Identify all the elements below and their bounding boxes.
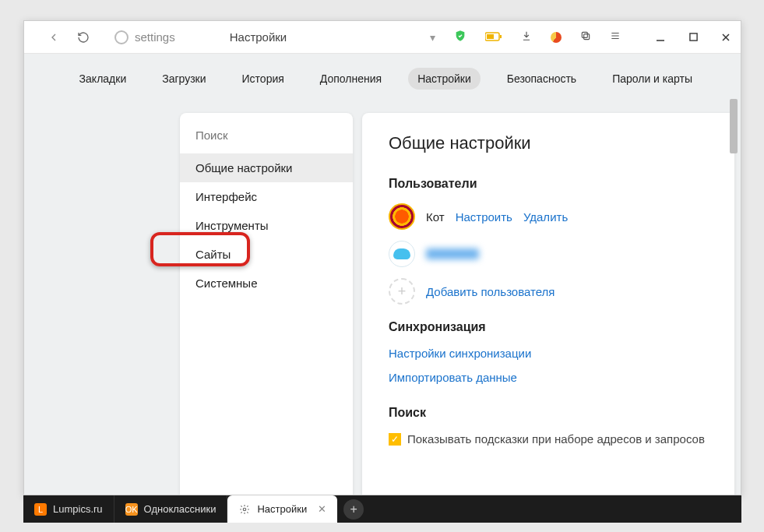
task-tab-lumpics[interactable]: L Lumpics.ru: [23, 495, 114, 523]
tab-downloads[interactable]: Загрузки: [153, 68, 215, 90]
browser-window: settings Настройки ▾: [23, 20, 741, 495]
taskbar: L Lumpics.ru OK Одноклассники Настройки …: [23, 495, 741, 523]
tab-settings[interactable]: Настройки: [408, 68, 481, 90]
avatar-cloud[interactable]: [389, 241, 415, 267]
sidebar-item-system[interactable]: Системные: [180, 269, 353, 298]
sidebar-item-general[interactable]: Общие настройки: [180, 153, 353, 182]
battery-icon: [485, 30, 502, 44]
add-user-link[interactable]: Добавить пользователя: [426, 285, 555, 298]
task-tab-ok[interactable]: OK Одноклассники: [114, 495, 228, 523]
sidebar-search[interactable]: [180, 119, 353, 153]
user-row-second: [389, 241, 708, 267]
sidebar-item-sites[interactable]: Сайты: [180, 240, 353, 269]
avatar-kot[interactable]: [389, 203, 415, 230]
svg-point-6: [244, 508, 247, 511]
users-heading: Пользователи: [389, 177, 708, 191]
svg-rect-1: [500, 35, 502, 38]
favicon-lumpics: L: [34, 503, 47, 516]
download-icon[interactable]: [521, 30, 532, 44]
back-button[interactable]: [43, 26, 65, 48]
sidebar-item-tools[interactable]: Инструменты: [180, 211, 353, 240]
svg-rect-4: [582, 32, 587, 37]
task-tab-settings[interactable]: Настройки ✕: [227, 495, 337, 523]
user-configure-link[interactable]: Настроить: [456, 210, 512, 224]
content-area: Закладки Загрузки История Дополнения Нас…: [24, 54, 741, 495]
menu-icon[interactable]: [610, 30, 621, 44]
gear-icon: [238, 503, 251, 516]
shield-icon[interactable]: [454, 30, 466, 45]
main-heading: Общие настройки: [389, 133, 708, 153]
search-heading: Поиск: [389, 406, 708, 420]
hints-label: Показывать подсказки при наборе адресов …: [407, 432, 705, 446]
bookmark-icon[interactable]: ▾: [430, 31, 435, 44]
task-label: Lumpics.ru: [53, 503, 103, 515]
sidebar-item-interface[interactable]: Интерфейс: [180, 182, 353, 211]
copy-icon[interactable]: [580, 30, 591, 44]
yandex-icon: [114, 30, 129, 44]
scrollbar-thumb[interactable]: [730, 99, 738, 153]
svg-rect-3: [584, 33, 590, 39]
tab-security[interactable]: Безопасность: [498, 68, 586, 90]
tab-passwords[interactable]: Пароли и карты: [603, 68, 702, 90]
svg-rect-5: [689, 33, 696, 41]
address-text: settings: [135, 30, 175, 44]
svg-rect-2: [487, 34, 494, 39]
settings-nav: Закладки Загрузки История Дополнения Нас…: [24, 54, 741, 113]
titlebar: settings Настройки ▾: [24, 21, 741, 54]
user-name-blurred: [426, 248, 479, 259]
page-title: Настройки: [230, 30, 287, 44]
tab-bookmarks[interactable]: Закладки: [70, 68, 136, 90]
tab-history[interactable]: История: [233, 68, 294, 90]
search-input[interactable]: [195, 129, 337, 142]
minimize-button[interactable]: [655, 32, 666, 43]
close-button[interactable]: [720, 32, 731, 43]
user-row-kot: Кот Настроить Удалить: [389, 203, 708, 230]
favicon-ok: OK: [125, 503, 138, 516]
reload-button[interactable]: [72, 26, 94, 48]
add-user-icon: +: [389, 278, 415, 305]
close-tab-icon[interactable]: ✕: [318, 503, 326, 515]
sync-heading: Синхронизация: [389, 320, 708, 334]
user-name: Кот: [426, 210, 445, 224]
hints-checkbox-row[interactable]: ✓ Показывать подсказки при наборе адресо…: [389, 432, 708, 446]
task-label: Настройки: [257, 503, 307, 515]
sync-settings-link[interactable]: Настройки синхронизации: [389, 347, 708, 360]
import-data-link[interactable]: Импортировать данные: [389, 371, 708, 384]
address-bar[interactable]: settings: [114, 30, 175, 44]
add-user-row[interactable]: + Добавить пользователя: [389, 278, 708, 305]
settings-sidebar: Общие настройки Интерфейс Инструменты Са…: [180, 113, 353, 495]
extension-icon[interactable]: [551, 32, 562, 43]
settings-main: Общие настройки Пользователи Кот Настрои…: [362, 113, 734, 495]
user-remove-link[interactable]: Удалить: [523, 210, 568, 224]
checkbox-icon[interactable]: ✓: [389, 433, 401, 446]
toolbar-right: ▾: [430, 30, 736, 45]
tab-addons[interactable]: Дополнения: [311, 68, 391, 90]
maximize-button[interactable]: [688, 32, 699, 43]
new-tab-button[interactable]: +: [343, 499, 364, 520]
vertical-scrollbar[interactable]: [730, 99, 739, 410]
task-label: Одноклассники: [144, 503, 217, 515]
